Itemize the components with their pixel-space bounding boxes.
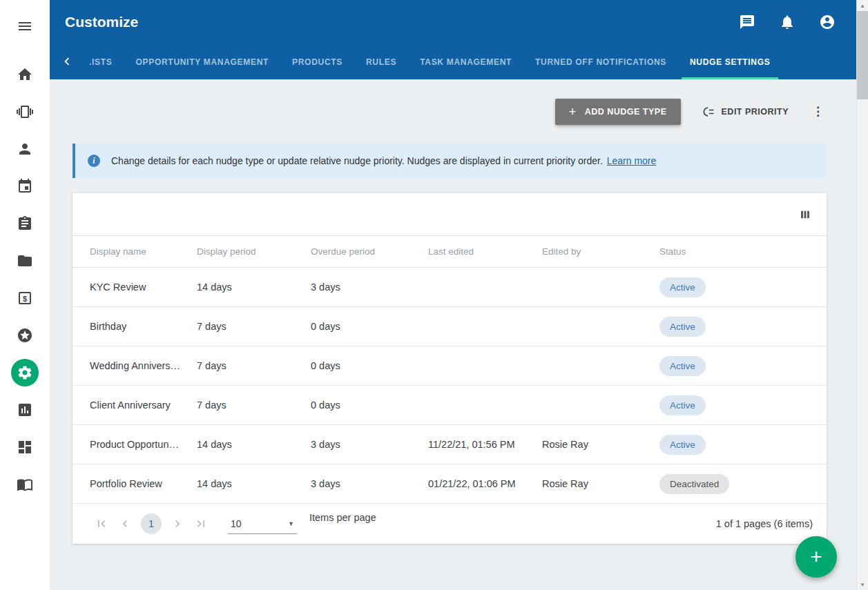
hamburger-icon <box>17 18 33 35</box>
page-summary: 1 of 1 pages (6 items) <box>716 518 813 529</box>
left-sidebar: $ <box>0 0 50 590</box>
page-size-select[interactable]: 10 ▼ <box>228 514 297 534</box>
current-page-button[interactable]: 1 <box>141 513 162 534</box>
table-row[interactable]: KYC Review 14 days 3 days Active <box>73 268 827 307</box>
sidebar-item-settings[interactable] <box>11 359 39 386</box>
chat-icon <box>739 14 755 30</box>
edit-priority-button[interactable]: EDIT PRIORITY <box>702 105 789 119</box>
sidebar-item-calendar[interactable] <box>11 173 39 200</box>
cell-display-name: KYC Review <box>90 282 197 293</box>
previous-page-button[interactable] <box>113 517 137 531</box>
sidebar-item-contacts[interactable] <box>11 135 39 163</box>
cell-edited-by: Rosie Ray <box>542 478 659 489</box>
cell-overdue-period: 0 days <box>311 321 428 332</box>
tab-rules[interactable]: RULES <box>358 45 405 79</box>
table-row[interactable]: Client Anniversary 7 days 0 days Active <box>73 386 827 425</box>
chevron-left-icon <box>59 54 75 69</box>
cell-display-period: 7 days <box>197 360 311 371</box>
chevron-right-icon <box>171 517 184 531</box>
more-options-button[interactable]: ⋮ <box>809 104 827 119</box>
sidebar-item-tasks[interactable] <box>11 210 39 237</box>
column-header-display-period[interactable]: Display period <box>197 246 311 257</box>
sidebar-item-interactions[interactable] <box>11 98 39 126</box>
sidebar-item-billing[interactable]: $ <box>11 284 39 312</box>
gear-icon <box>17 364 33 381</box>
items-per-page-label: Items per page <box>309 512 376 523</box>
add-fab-button[interactable]: + <box>795 536 837 578</box>
table-row[interactable]: Portfolio Review 14 days 3 days 01/21/22… <box>73 464 827 504</box>
book-icon <box>17 476 33 493</box>
chevron-left-icon <box>118 517 132 531</box>
table-row[interactable]: Wedding Annivers… 7 days 0 days Active <box>73 346 827 386</box>
learn-more-link[interactable]: Learn more <box>607 155 657 166</box>
content-area: + ADD NUDGE TYPE EDIT PRIORITY ⋮ i Chang… <box>50 79 856 590</box>
sidebar-item-reports[interactable] <box>11 396 39 424</box>
clipboard-icon <box>17 215 33 232</box>
cell-edited-by: Rosie Ray <box>542 439 659 450</box>
status-badge: Active <box>659 356 706 376</box>
table-row[interactable]: Birthday 7 days 0 days Active <box>73 307 827 346</box>
cell-overdue-period: 0 days <box>311 400 428 411</box>
column-header-display-name[interactable]: Display name <box>90 246 197 257</box>
scroll-up-icon[interactable]: ▲ <box>857 0 868 11</box>
first-page-button[interactable] <box>90 517 113 531</box>
folder-icon <box>17 253 33 269</box>
sidebar-item-favorites[interactable] <box>11 322 39 349</box>
bar-chart-icon <box>17 402 33 418</box>
scroll-down-icon[interactable]: ▼ <box>857 579 868 590</box>
cell-last-edited: 01/21/22, 01:06 PM <box>428 478 542 489</box>
cell-overdue-period: 0 days <box>311 360 428 371</box>
add-nudge-type-button[interactable]: + ADD NUDGE TYPE <box>555 99 681 125</box>
dashboard-icon <box>17 439 33 455</box>
info-icon: i <box>88 155 100 167</box>
cell-display-name: Client Anniversary <box>90 400 197 411</box>
table-header-row: Display name Display period Overdue peri… <box>73 235 827 268</box>
cell-display-name: Birthday <box>90 321 197 332</box>
sidebar-item-knowledge[interactable] <box>11 471 39 498</box>
tab-turned-off-notifications[interactable]: TURNED OFF NOTIFICATIONS <box>527 45 675 79</box>
status-badge: Active <box>659 435 706 455</box>
cell-overdue-period: 3 days <box>311 282 428 293</box>
plus-icon: + <box>810 545 822 569</box>
info-banner: i Change details for each nudge type or … <box>73 144 827 178</box>
table-toolbar <box>73 193 827 235</box>
edit-priority-label: EDIT PRIORITY <box>722 107 789 117</box>
column-header-last-edited[interactable]: Last edited <box>428 246 542 257</box>
cell-display-period: 14 days <box>197 439 311 450</box>
chat-button[interactable] <box>739 14 755 30</box>
account-button[interactable] <box>819 14 836 30</box>
sidebar-item-dashboard[interactable] <box>11 433 39 461</box>
add-nudge-type-label: ADD NUDGE TYPE <box>585 107 667 117</box>
cell-last-edited: 11/22/21, 01:56 PM <box>428 439 542 450</box>
tab-products[interactable]: PRODUCTS <box>284 45 351 79</box>
next-page-button[interactable] <box>166 517 189 531</box>
status-badge: Active <box>659 277 706 297</box>
menu-button[interactable] <box>11 12 39 40</box>
scroll-thumb[interactable] <box>857 11 868 99</box>
column-chooser-button[interactable] <box>799 208 811 221</box>
sidebar-item-documents[interactable] <box>11 247 39 275</box>
page-size-value: 10 <box>231 518 242 529</box>
tab-task-management[interactable]: TASK MANAGEMENT <box>412 45 520 79</box>
chevron-down-icon: ▼ <box>288 520 294 527</box>
column-header-overdue-period[interactable]: Overdue period <box>311 246 428 257</box>
column-header-edited-by[interactable]: Edited by <box>542 246 659 257</box>
cell-overdue-period: 3 days <box>311 439 428 450</box>
tab-opportunity-management[interactable]: OPPORTUNITY MANAGEMENT <box>128 45 278 79</box>
tabs-scroll-back-button[interactable] <box>57 43 77 79</box>
bell-icon <box>779 14 795 30</box>
app-header: Customize <box>50 0 856 43</box>
tab-nudge-settings[interactable]: NUDGE SETTINGS <box>682 45 778 79</box>
notifications-button[interactable] <box>779 14 795 30</box>
table-row[interactable]: Product Opportun… 14 days 3 days 11/22/2… <box>73 425 827 464</box>
cell-display-name: Portfolio Review <box>90 478 197 489</box>
sidebar-item-home[interactable] <box>11 61 39 88</box>
cell-display-period: 7 days <box>197 321 311 332</box>
last-page-icon <box>194 517 208 531</box>
calendar-icon <box>17 178 33 195</box>
column-header-status[interactable]: Status <box>659 246 813 257</box>
vertical-scrollbar[interactable]: ▲ ▼ <box>856 0 868 590</box>
tab-lists[interactable]: .ISTS <box>81 45 121 79</box>
cell-overdue-period: 3 days <box>311 478 428 489</box>
last-page-button[interactable] <box>189 517 213 531</box>
